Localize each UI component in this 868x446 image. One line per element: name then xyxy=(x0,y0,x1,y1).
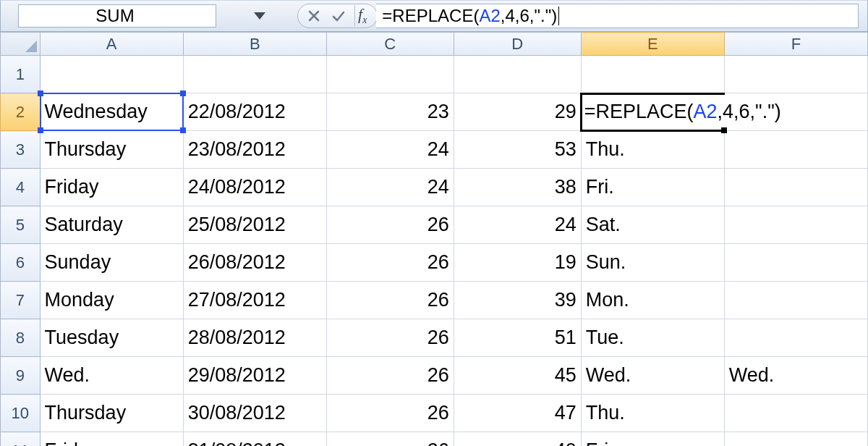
cell-A3[interactable]: Thursday xyxy=(40,131,183,169)
col-header-B[interactable]: B xyxy=(183,33,326,56)
cell-F5[interactable] xyxy=(724,206,867,244)
cell-D7[interactable]: 39 xyxy=(454,282,581,319)
cell-F3[interactable] xyxy=(724,131,867,169)
cell-B11[interactable]: 31/08/2012 xyxy=(183,432,326,447)
row-header-6[interactable]: 6 xyxy=(1,244,41,282)
cell-E2[interactable]: =REPLACE(A2,4,6,".") xyxy=(581,93,724,131)
cell-D9[interactable]: 45 xyxy=(454,357,581,395)
cell-D8[interactable]: 51 xyxy=(454,319,581,357)
formula-text-ref: A2 xyxy=(479,6,500,26)
cell-D1[interactable] xyxy=(454,56,581,93)
range-handle[interactable] xyxy=(38,127,43,133)
cell-B2[interactable]: 22/08/2012 xyxy=(183,93,326,131)
col-header-D[interactable]: D xyxy=(454,33,581,56)
cell-F8[interactable] xyxy=(724,319,867,357)
row-header-7[interactable]: 7 xyxy=(1,282,41,319)
cell-D5[interactable]: 24 xyxy=(454,206,581,244)
cell-C3[interactable]: 24 xyxy=(326,131,454,169)
cell-E9[interactable]: Wed. xyxy=(581,357,724,395)
table-row: 11 Friday 31/08/2012 26 40 Fri. xyxy=(1,432,868,447)
cell-B1[interactable] xyxy=(183,56,326,93)
cell-C9[interactable]: 26 xyxy=(326,357,454,395)
cell-A8[interactable]: Tuesday xyxy=(40,319,183,357)
cell-B10[interactable]: 30/08/2012 xyxy=(183,395,326,432)
cell-editor[interactable]: =REPLACE(A2,4,6,".") xyxy=(584,95,866,129)
col-header-A[interactable]: A xyxy=(40,33,183,56)
row-header-3[interactable]: 3 xyxy=(1,131,41,169)
cell-B9[interactable]: 29/08/2012 xyxy=(183,357,326,395)
cell-A6[interactable]: Sunday xyxy=(40,244,183,282)
table-row: 9 Wed. 29/08/2012 26 45 Wed. Wed. xyxy=(1,357,868,395)
cell-C7[interactable]: 26 xyxy=(326,282,454,319)
cell-F6[interactable] xyxy=(724,244,867,282)
cell-C10[interactable]: 26 xyxy=(326,395,454,432)
cell-F10[interactable] xyxy=(724,395,867,432)
cell-D10[interactable]: 47 xyxy=(454,395,581,432)
cell-E5[interactable]: Sat. xyxy=(581,206,724,244)
cell-D4[interactable]: 38 xyxy=(454,169,581,206)
spreadsheet-grid[interactable]: A B C D E F 1 2 Wednesday xyxy=(0,32,868,446)
name-box-dropdown[interactable] xyxy=(238,4,281,28)
row-header-5[interactable]: 5 xyxy=(1,206,41,244)
col-header-C[interactable]: C xyxy=(326,33,454,56)
row-header-1[interactable]: 1 xyxy=(1,56,41,93)
row-header-2[interactable]: 2 xyxy=(1,93,41,131)
cell-A4[interactable]: Friday xyxy=(40,169,183,206)
cell-C6[interactable]: 26 xyxy=(326,244,454,282)
cell-C1[interactable] xyxy=(326,56,454,93)
cell-B6[interactable]: 26/08/2012 xyxy=(183,244,326,282)
cell-C8[interactable]: 26 xyxy=(326,319,454,357)
col-header-F[interactable]: F xyxy=(724,33,867,56)
cell-D2[interactable]: 29 xyxy=(454,93,581,131)
cell-F9[interactable]: Wed. xyxy=(724,357,867,395)
cell-B8[interactable]: 28/08/2012 xyxy=(183,319,326,357)
row-header-9[interactable]: 9 xyxy=(1,357,41,395)
cell-A11[interactable]: Friday xyxy=(40,432,183,447)
cell-B7[interactable]: 27/08/2012 xyxy=(183,282,326,319)
row-header-11[interactable]: 11 xyxy=(1,432,41,447)
cell-A2[interactable]: Wednesday xyxy=(40,93,183,131)
cell-A1[interactable] xyxy=(40,56,183,93)
cell-E4[interactable]: Fri. xyxy=(581,169,724,206)
range-handle[interactable] xyxy=(180,127,186,133)
cell-C4[interactable]: 24 xyxy=(326,169,454,206)
range-handle[interactable] xyxy=(38,91,43,96)
fx-icon[interactable]: fx xyxy=(354,5,367,26)
cell-D3[interactable]: 53 xyxy=(454,131,581,169)
cell-B4[interactable]: 24/08/2012 xyxy=(183,169,326,206)
cell-A7[interactable]: Monday xyxy=(40,282,183,319)
chevron-down-icon xyxy=(254,12,265,20)
cell-B3[interactable]: 23/08/2012 xyxy=(183,131,326,169)
range-handle[interactable] xyxy=(180,91,186,96)
cancel-icon[interactable] xyxy=(305,7,323,25)
cell-A5[interactable]: Saturday xyxy=(40,206,183,244)
cell-C5[interactable]: 26 xyxy=(326,206,454,244)
cell-E8[interactable]: Tue. xyxy=(581,319,724,357)
enter-icon[interactable] xyxy=(330,7,347,25)
col-header-E[interactable]: E xyxy=(581,33,724,56)
cell-D11[interactable]: 40 xyxy=(454,432,581,447)
cell-F11[interactable] xyxy=(724,432,867,447)
cell-A10[interactable]: Thursday xyxy=(40,395,183,432)
cell-B5[interactable]: 25/08/2012 xyxy=(183,206,326,244)
cell-E7[interactable]: Mon. xyxy=(581,282,724,319)
cell-F7[interactable] xyxy=(724,282,867,319)
cell-E6[interactable]: Sun. xyxy=(581,244,724,282)
cell-F1[interactable] xyxy=(724,56,867,93)
cell-E3[interactable]: Thu. xyxy=(581,131,724,169)
cell-C2[interactable]: 23 xyxy=(326,93,454,131)
cell-E11[interactable]: Fri. xyxy=(581,432,724,447)
row-header-10[interactable]: 10 xyxy=(1,395,41,432)
select-all-corner[interactable] xyxy=(1,33,41,56)
cell-C11[interactable]: 26 xyxy=(326,432,454,447)
cell-E10[interactable]: Thu. xyxy=(581,395,724,432)
cell-A9[interactable]: Wed. xyxy=(40,357,183,395)
name-box[interactable]: SUM xyxy=(18,4,216,28)
row-header-8[interactable]: 8 xyxy=(1,319,41,357)
cell-E1[interactable] xyxy=(581,56,724,93)
cell-D6[interactable]: 19 xyxy=(454,244,581,282)
row-header-4[interactable]: 4 xyxy=(1,169,41,206)
fill-handle[interactable] xyxy=(721,127,727,133)
cell-F4[interactable] xyxy=(724,169,867,206)
formula-input[interactable]: =REPLACE(A2,4,6,".") xyxy=(376,4,859,28)
